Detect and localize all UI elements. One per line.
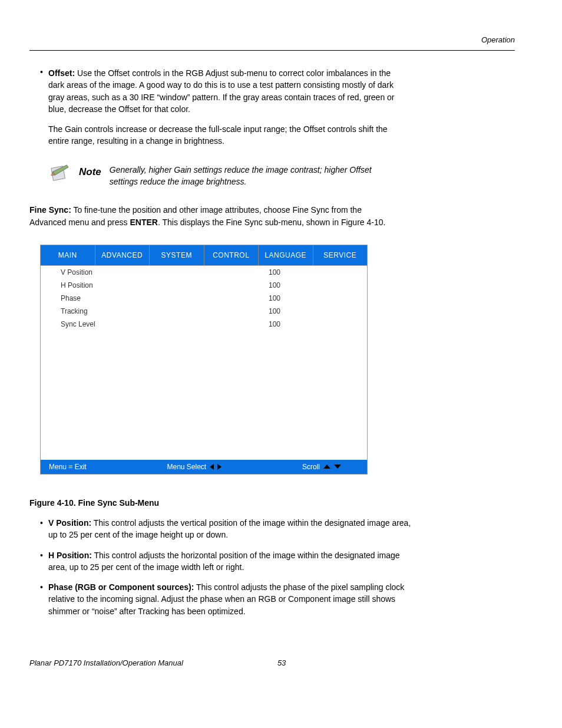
bullet-icon: • xyxy=(40,549,48,574)
osd-row: H Position100 xyxy=(41,279,367,292)
page-footer: Planar PD7170 Installation/Operation Man… xyxy=(29,658,515,667)
osd-footer-exit: Menu = Exit xyxy=(49,463,87,471)
header-rule xyxy=(29,50,515,51)
fine-sync-paragraph: Fine Sync: To fine-tune the position and… xyxy=(29,204,515,228)
def-paragraph: V Position: This control adjusts the ver… xyxy=(48,517,421,541)
triangle-down-icon xyxy=(334,465,341,469)
bullet-icon: • xyxy=(40,517,48,541)
osd-row: Phase100 xyxy=(41,292,367,305)
def-paragraph: H Position: This control adjusts the hor… xyxy=(48,549,421,574)
triangle-left-icon xyxy=(210,464,214,470)
offset-paragraph: Offset: Use the Offset controls in the R… xyxy=(48,67,409,115)
note-text: Generally, higher Gain settings reduce t… xyxy=(110,164,397,188)
offset-follow-paragraph: The Gain controls increase or decrease t… xyxy=(48,123,515,147)
tab-language: LANGUAGE xyxy=(259,245,313,265)
triangle-up-icon xyxy=(323,465,330,469)
note-icon xyxy=(48,164,71,186)
osd-menu-tabs: MAIN ADVANCED SYSTEM CONTROL LANGUAGE SE… xyxy=(41,245,367,265)
osd-row: Sync Level100 xyxy=(41,318,367,331)
offset-block: • Offset: Use the Offset controls in the… xyxy=(40,67,515,115)
osd-menu-body: V Position100 H Position100 Phase100 Tra… xyxy=(41,265,367,460)
tab-service: SERVICE xyxy=(313,245,368,265)
osd-menu-footer: Menu = Exit Menu Select Scroll xyxy=(41,460,367,474)
footer-title: Planar PD7170 Installation/Operation Man… xyxy=(29,658,183,667)
tab-advanced: ADVANCED xyxy=(95,245,150,265)
tab-control: CONTROL xyxy=(204,245,259,265)
osd-row: Tracking100 xyxy=(41,305,367,318)
osd-footer-scroll: Scroll xyxy=(302,463,341,471)
section-header: Operation xyxy=(29,35,515,44)
osd-row: V Position100 xyxy=(41,266,367,279)
bullet-icon: • xyxy=(40,67,48,115)
tab-system: SYSTEM xyxy=(150,245,204,265)
triangle-right-icon xyxy=(217,464,222,470)
bullet-icon: • xyxy=(40,581,48,617)
figure-caption: Figure 4-10. Fine Sync Sub-Menu xyxy=(29,498,515,508)
definitions-list: • V Position: This control adjusts the v… xyxy=(40,517,515,617)
osd-footer-select: Menu Select xyxy=(167,463,222,471)
osd-menu-figure: MAIN ADVANCED SYSTEM CONTROL LANGUAGE SE… xyxy=(40,245,368,475)
page-number: 53 xyxy=(277,658,286,667)
note-label: Note xyxy=(79,166,101,178)
tab-main: MAIN xyxy=(41,245,95,265)
note-block: Note Generally, higher Gain settings red… xyxy=(48,164,515,188)
def-paragraph: Phase (RGB or Component sources): This c… xyxy=(48,581,421,617)
